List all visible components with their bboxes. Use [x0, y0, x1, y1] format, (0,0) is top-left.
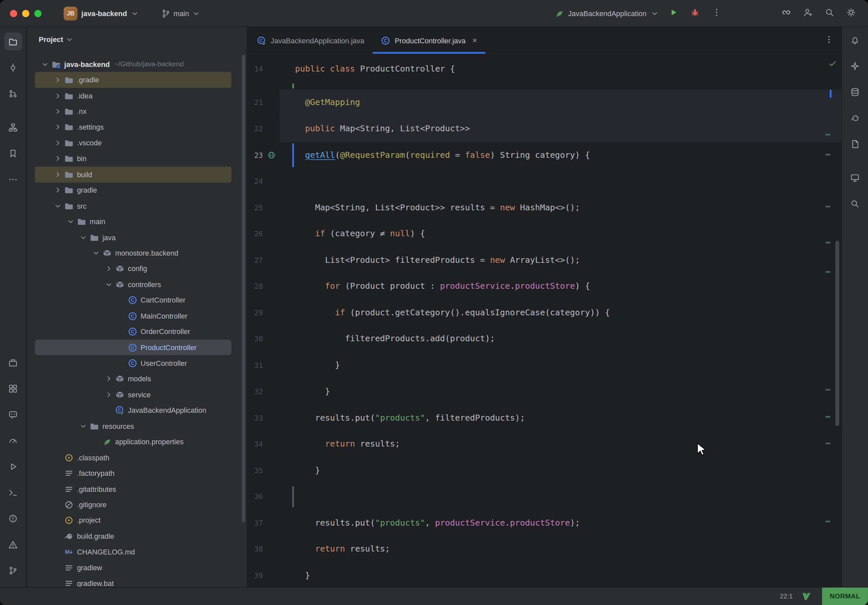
code-line[interactable]: 32 } — [248, 378, 842, 405]
build-icon[interactable] — [4, 353, 22, 371]
tree-item-resources[interactable]: resources — [27, 418, 247, 434]
code-with-me-button[interactable] — [800, 6, 815, 21]
gutter-icon-slot[interactable] — [263, 168, 280, 195]
settings-button[interactable] — [844, 6, 858, 21]
problems-icon[interactable] — [4, 509, 22, 527]
tree-item-.settings[interactable]: .settings — [27, 119, 247, 135]
chevron-down-icon[interactable] — [51, 202, 64, 210]
tree-item-.gradle[interactable]: .gradle — [35, 72, 231, 88]
tree-item-.idea[interactable]: .idea — [27, 88, 247, 104]
chevron-right-icon[interactable] — [51, 155, 64, 163]
code-line[interactable]: 36 — [248, 484, 842, 510]
tree-item-bin[interactable]: bin — [27, 151, 247, 167]
gutter-icon-slot[interactable] — [263, 273, 280, 300]
tree-item-UserController[interactable]: C UserController — [27, 355, 247, 371]
chevron-right-icon[interactable] — [51, 107, 64, 116]
code-line[interactable]: 24 — [248, 168, 842, 195]
chevron-right-icon[interactable] — [51, 76, 64, 84]
minimize-window-button[interactable] — [22, 10, 29, 17]
close-tab-icon[interactable]: ✕ — [472, 37, 477, 44]
notifications-icon[interactable] — [846, 31, 864, 48]
tree-item-ProductController[interactable]: C ProductController — [35, 340, 231, 355]
tree-item-monostore.backend[interactable]: monostore.backend — [27, 245, 247, 261]
ai-assistant-button[interactable] — [779, 6, 793, 21]
code-line[interactable]: 23 getAll(@RequestParam(required = false… — [248, 142, 842, 168]
tree-item-main[interactable]: main — [27, 214, 247, 230]
code-line[interactable]: 30 filteredProducts.add(product); — [248, 326, 842, 352]
chevron-right-icon[interactable] — [102, 265, 115, 273]
tree-item-models[interactable]: models — [27, 371, 247, 387]
gutter-icon-slot[interactable] — [263, 510, 280, 536]
tree-item-gradlew.bat[interactable]: gradlew.bat — [27, 576, 247, 587]
gutter-icon-slot[interactable] — [263, 89, 280, 116]
more-icon[interactable] — [4, 170, 22, 188]
tree-item-gradle[interactable]: gradle — [27, 183, 247, 198]
project-widget[interactable]: JB java-backend — [60, 4, 143, 23]
chevron-down-icon[interactable] — [64, 218, 76, 226]
code-line[interactable]: 31 } — [248, 352, 842, 378]
debug-button[interactable] — [687, 6, 702, 21]
code-line[interactable]: 35 } — [248, 457, 842, 484]
code-editor[interactable]: 14 public class ProductController { 21 @… — [248, 55, 842, 588]
gutter-icon-slot[interactable] — [263, 56, 280, 82]
gutter-icon-slot[interactable] — [263, 431, 280, 457]
code-line[interactable]: 39 } — [248, 562, 842, 588]
ai-assistant-icon[interactable] — [846, 57, 864, 75]
chevron-right-icon[interactable] — [102, 375, 115, 383]
tree-item-.gitattributes[interactable]: .gitattributes — [27, 481, 247, 497]
code-line[interactable]: 26 if (category ≠ null) { — [248, 221, 842, 247]
terminal-icon[interactable] — [4, 484, 22, 501]
database-icon[interactable] — [846, 83, 864, 101]
tree-item-.project[interactable]: .project — [27, 513, 247, 529]
gutter-icon-slot[interactable] — [263, 352, 280, 378]
gradle-icon[interactable] — [846, 109, 864, 127]
folded-region-gap[interactable] — [248, 82, 842, 89]
pull-requests-icon[interactable] — [4, 85, 22, 102]
maximize-window-button[interactable] — [34, 10, 42, 17]
code-line[interactable]: 21 @GetMapping — [248, 89, 842, 116]
ideavim-icon[interactable] — [802, 591, 812, 601]
project-icon[interactable] — [4, 32, 22, 50]
gutter-icon-slot[interactable] — [263, 221, 280, 247]
chevron-down-icon[interactable] — [77, 233, 89, 241]
chevron-right-icon[interactable] — [51, 139, 64, 147]
tree-item-MainController[interactable]: C MainController — [27, 308, 247, 324]
gutter-icon-slot[interactable] — [263, 195, 280, 221]
tree-item-java-backend[interactable]: java-backend ~/Github/java-backend — [27, 56, 247, 72]
chevron-down-icon[interactable] — [102, 280, 115, 289]
tab-JavaBackendApplication.java[interactable]: C JavaBackendApplication.java — [248, 27, 373, 54]
more-actions-button[interactable] — [709, 6, 724, 21]
endpoint-gutter-icon[interactable] — [263, 142, 280, 168]
tree-item-application.properties[interactable]: application.properties — [27, 434, 247, 450]
bookmarks-icon[interactable] — [4, 144, 22, 162]
tree-item-.vscode[interactable]: .vscode — [27, 135, 247, 151]
code-line[interactable]: 14 public class ProductController { — [248, 56, 842, 82]
close-window-button[interactable] — [10, 10, 17, 17]
tree-item-OrderController[interactable]: C OrderController — [27, 324, 247, 340]
tree-item-CHANGELOG.md[interactable]: M CHANGELOG.md — [27, 544, 247, 560]
project-panel-header[interactable]: Project — [27, 27, 247, 51]
tree-item-controllers[interactable]: controllers — [27, 277, 247, 292]
dependencies-icon[interactable] — [4, 380, 22, 397]
project-tree-scrollbar[interactable] — [242, 55, 245, 522]
device-preview-icon[interactable] — [846, 169, 864, 186]
chevron-right-icon[interactable] — [51, 186, 64, 194]
gutter-icon-slot[interactable] — [263, 300, 280, 326]
tree-item-build.gradle[interactable]: build.gradle — [27, 529, 247, 544]
tree-item-java[interactable]: java — [27, 229, 247, 245]
tab-ProductController.java[interactable]: C ProductController.java ✕ — [373, 27, 485, 54]
code-line[interactable]: 38 return results; — [248, 536, 842, 562]
profiler-icon[interactable] — [4, 432, 22, 449]
tree-item-JavaBackendApplication[interactable]: C JavaBackendApplication — [27, 402, 247, 418]
tree-item-.factorypath[interactable]: .factorypath — [27, 466, 247, 481]
code-line[interactable]: 22 public Map<String, List<Product>> — [248, 116, 842, 142]
chevron-down-icon[interactable] — [90, 249, 102, 257]
code-line[interactable]: 25 Map<String, List<Product>> results = … — [248, 195, 842, 221]
tree-item-.classpath[interactable]: .classpath — [27, 450, 247, 466]
gutter-icon-slot[interactable] — [263, 484, 280, 510]
gutter-icon-slot[interactable] — [263, 562, 280, 588]
tree-item-service[interactable]: service — [27, 387, 247, 402]
structure-icon[interactable] — [4, 118, 22, 136]
tree-item-.gitignore[interactable]: .gitignore — [27, 497, 247, 513]
caret-position-widget[interactable]: 22:1 — [780, 593, 792, 600]
